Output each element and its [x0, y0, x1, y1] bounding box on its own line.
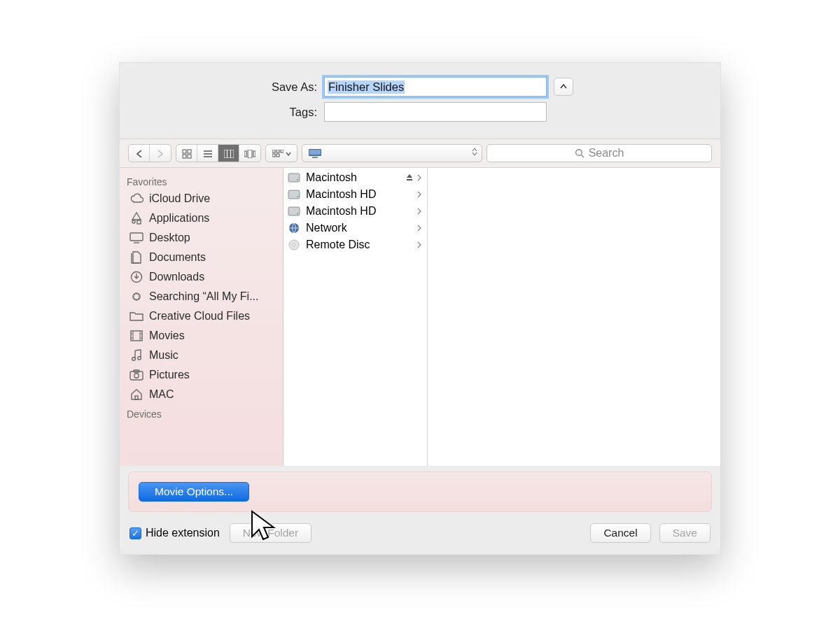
- column-item-label: Macintosh HD: [306, 205, 376, 218]
- sidebar-item-label: Applications: [149, 212, 209, 225]
- sidebar-item-label: Searching “All My Fi...: [149, 290, 258, 303]
- sidebar-item-label: Music: [149, 349, 178, 362]
- column-0: MacintoshMacintosh HDMacintosh HDNetwork…: [284, 168, 428, 466]
- svg-rect-29: [131, 331, 142, 341]
- svg-rect-17: [276, 154, 279, 157]
- header-area: Save As: Finisher Slides Tags:: [120, 63, 720, 139]
- sidebar-item[interactable]: Music: [120, 346, 283, 365]
- home-icon: [130, 389, 144, 400]
- chevron-right-icon: [417, 208, 421, 215]
- view-columns-button[interactable]: [218, 145, 239, 162]
- preview-column: [428, 168, 720, 466]
- computer-icon: [308, 148, 322, 158]
- new-folder-button[interactable]: New Folder: [230, 523, 312, 543]
- sidebar-item[interactable]: Creative Cloud Files: [120, 306, 283, 326]
- column-item[interactable]: Macintosh HD: [284, 203, 427, 220]
- column-item[interactable]: Network: [284, 220, 427, 236]
- svg-rect-14: [276, 150, 279, 153]
- sidebar-item-label: Downloads: [149, 271, 204, 283]
- sidebar-item-label: iCloud Drive: [149, 192, 210, 205]
- folder-icon: [130, 311, 144, 322]
- sidebar-item[interactable]: Desktop: [120, 228, 283, 248]
- column-item-label: Remote Disc: [306, 239, 370, 251]
- location-popup[interactable]: [302, 144, 482, 162]
- svg-point-48: [297, 213, 298, 214]
- svg-rect-41: [135, 396, 138, 399]
- column-item[interactable]: Remote Disc: [284, 236, 427, 253]
- sidebar-item[interactable]: MAC: [120, 385, 283, 404]
- nav-history-segment: [128, 144, 172, 162]
- svg-rect-3: [188, 155, 191, 158]
- chevron-right-icon: [417, 225, 421, 232]
- hide-extension-checkbox[interactable]: ✓ Hide extension: [130, 527, 220, 539]
- disc-icon: [288, 239, 300, 250]
- save-as-input[interactable]: Finisher Slides: [324, 77, 547, 97]
- sidebar-item[interactable]: Downloads: [120, 267, 283, 287]
- eject-icon: [406, 174, 413, 181]
- bottom-bar: ✓ Hide extension New Folder Cancel Save: [120, 516, 720, 554]
- arrange-button[interactable]: [266, 145, 297, 162]
- downloads-icon: [130, 271, 144, 283]
- sidebar-section-favorites: Favorites: [120, 172, 283, 189]
- sidebar-item[interactable]: Searching “All My Fi...: [120, 287, 283, 306]
- cloud-icon: [130, 193, 144, 204]
- svg-rect-42: [288, 173, 300, 182]
- cancel-button[interactable]: Cancel: [590, 523, 650, 543]
- svg-rect-11: [248, 150, 252, 158]
- tags-label: Tags:: [136, 106, 324, 119]
- svg-rect-45: [288, 190, 300, 199]
- sidebar-item-label: Movies: [149, 329, 185, 342]
- globe-icon: [288, 222, 300, 234]
- svg-rect-7: [224, 150, 234, 158]
- hdd-icon: [288, 190, 300, 199]
- save-button[interactable]: Save: [659, 523, 710, 543]
- svg-rect-19: [309, 150, 321, 155]
- chevron-right-icon: [417, 241, 421, 248]
- sidebar-item[interactable]: iCloud Drive: [120, 189, 283, 208]
- view-list-button[interactable]: [197, 145, 218, 162]
- column-item[interactable]: Macintosh: [284, 169, 427, 186]
- movie-options-button[interactable]: Movie Options...: [139, 482, 249, 502]
- svg-rect-12: [253, 151, 255, 157]
- forward-button[interactable]: [150, 145, 171, 162]
- hdd-icon: [288, 173, 300, 183]
- view-mode-segment: [176, 144, 261, 162]
- search-field[interactable]: Search: [486, 144, 712, 162]
- sidebar-item[interactable]: Pictures: [120, 365, 283, 385]
- collapse-expand-button[interactable]: [554, 78, 573, 96]
- save-as-label: Save As:: [136, 80, 324, 94]
- back-button[interactable]: [129, 145, 150, 162]
- svg-rect-1: [188, 150, 191, 153]
- svg-rect-25: [130, 233, 143, 241]
- svg-point-43: [297, 179, 298, 180]
- svg-point-21: [575, 150, 582, 156]
- sidebar-item[interactable]: Movies: [120, 326, 283, 346]
- search-placeholder: Search: [589, 147, 624, 159]
- svg-point-51: [293, 243, 295, 246]
- view-icon-button[interactable]: [176, 145, 197, 162]
- svg-rect-15: [281, 150, 284, 153]
- column-item-label: Network: [306, 222, 347, 234]
- svg-rect-0: [183, 150, 186, 153]
- column-item-label: Macintosh: [306, 171, 357, 184]
- checkmark-icon: ✓: [130, 527, 141, 539]
- svg-point-36: [132, 357, 136, 361]
- tags-input[interactable]: [324, 102, 547, 122]
- sidebar-section-devices: Devices: [120, 404, 283, 421]
- sidebar-item-label: Pictures: [149, 369, 190, 381]
- toolbar: Search: [120, 139, 720, 168]
- sidebar-item-label: MAC: [149, 388, 174, 401]
- svg-rect-44: [407, 179, 412, 180]
- svg-rect-16: [272, 154, 275, 157]
- column-item-label: Macintosh HD: [306, 188, 376, 201]
- sidebar-item[interactable]: Documents: [120, 248, 283, 267]
- sidebar-item[interactable]: Applications: [120, 208, 283, 228]
- updown-icon: [472, 148, 477, 156]
- sidebar-item-label: Desktop: [149, 232, 190, 244]
- pictures-icon: [130, 369, 144, 381]
- view-coverflow-button[interactable]: [239, 145, 260, 162]
- search-icon: [575, 148, 584, 158]
- column-item[interactable]: Macintosh HD: [284, 186, 427, 203]
- documents-icon: [130, 251, 144, 264]
- music-icon: [130, 349, 144, 362]
